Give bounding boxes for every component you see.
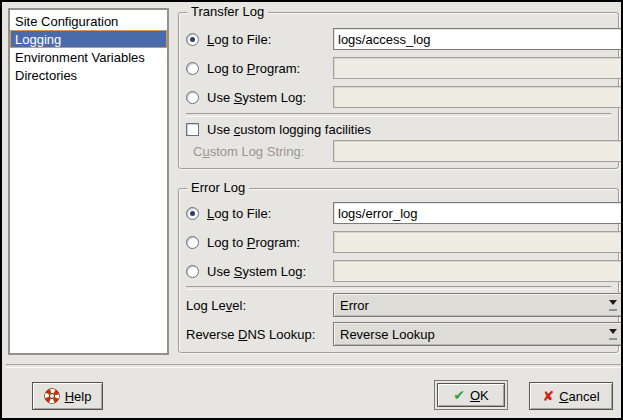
sidebar-item-site-configuration[interactable]: Site Configuration: [10, 12, 167, 30]
transfer-use-system-log-row: Use System Log:: [186, 86, 613, 108]
help-button[interactable]: Help: [32, 382, 103, 410]
reverse-dns-row: Reverse DNS Lookup: Reverse Lookup: [186, 322, 613, 346]
transfer-log-to-program-radio[interactable]: [186, 62, 199, 75]
log-level-label: Log Level:: [186, 298, 246, 313]
footer-separator: [6, 364, 621, 368]
sidebar-item-directories[interactable]: Directories: [10, 66, 167, 84]
lifebuoy-icon: [44, 388, 60, 404]
custom-facilities-row: Use custom logging facilities: [186, 119, 613, 139]
ok-button[interactable]: ✔ OK: [437, 383, 505, 407]
error-log-program-input[interactable]: [333, 231, 623, 253]
transfer-log-separator: [186, 113, 611, 117]
check-icon: ✔: [453, 388, 465, 402]
error-log-to-file-radio[interactable]: [186, 207, 199, 220]
log-level-value: Error: [334, 298, 602, 313]
transfer-use-system-log-label: Use System Log:: [207, 90, 306, 105]
custom-log-string-input: [333, 140, 623, 162]
log-level-select[interactable]: Error: [333, 293, 623, 317]
error-log-to-program-label: Log to Program:: [207, 235, 300, 250]
reverse-dns-label: Reverse DNS Lookup:: [186, 327, 315, 342]
help-button-label: Help: [65, 389, 92, 404]
cross-icon: ✘: [542, 389, 554, 403]
transfer-log-to-file-radio[interactable]: [186, 33, 199, 46]
transfer-log-to-program-row: Log to Program:: [186, 57, 613, 79]
error-log-to-file-row: Log to File:: [186, 202, 613, 224]
error-log-group: Error Log Log to File: Log to Program: U…: [178, 188, 619, 353]
error-log-file-input[interactable]: [333, 202, 623, 224]
transfer-log-to-program-label: Log to Program:: [207, 61, 300, 76]
custom-log-string-label: Custom Log String:: [193, 144, 304, 159]
transfer-log-to-file-label: Log to File:: [207, 32, 271, 47]
logging-config-dialog: Site Configuration Logging Environment V…: [0, 0, 623, 420]
config-section-list: Site Configuration Logging Environment V…: [8, 8, 169, 355]
reverse-dns-select[interactable]: Reverse Lookup: [333, 322, 623, 346]
sidebar-item-logging[interactable]: Logging: [10, 30, 167, 48]
reverse-dns-value: Reverse Lookup: [334, 327, 602, 342]
error-log-to-file-label: Log to File:: [207, 206, 271, 221]
error-log-to-program-radio[interactable]: [186, 236, 199, 249]
cancel-button[interactable]: ✘ Cancel: [529, 382, 613, 410]
transfer-use-system-log-radio[interactable]: [186, 91, 199, 104]
transfer-log-file-input[interactable]: [333, 28, 623, 50]
cancel-button-label: Cancel: [559, 389, 599, 404]
use-custom-logging-checkbox[interactable]: [186, 123, 199, 136]
error-log-to-program-row: Log to Program:: [186, 231, 613, 253]
error-system-log-input[interactable]: [333, 260, 623, 282]
ok-button-default-ring: ✔ OK: [434, 380, 508, 410]
transfer-log-to-file-row: Log to File:: [186, 28, 613, 50]
custom-log-string-row: Custom Log String:: [186, 140, 613, 162]
transfer-log-group-title: Transfer Log: [187, 4, 268, 20]
use-custom-logging-label: Use custom logging facilities: [207, 122, 371, 137]
error-log-separator: [186, 286, 611, 290]
error-use-system-log-label: Use System Log:: [207, 264, 306, 279]
transfer-log-group: Transfer Log Log to File: Log to Program…: [178, 12, 619, 169]
sidebar-item-environment-variables[interactable]: Environment Variables: [10, 48, 167, 66]
transfer-system-log-input[interactable]: [333, 86, 623, 108]
arrow-down-icon: [602, 300, 623, 311]
error-log-group-title: Error Log: [187, 180, 249, 196]
ok-button-label: OK: [470, 388, 489, 403]
transfer-log-program-input[interactable]: [333, 57, 623, 79]
error-use-system-log-row: Use System Log:: [186, 260, 613, 282]
log-level-row: Log Level: Error: [186, 293, 613, 317]
error-use-system-log-radio[interactable]: [186, 265, 199, 278]
arrow-down-icon: [602, 329, 623, 340]
